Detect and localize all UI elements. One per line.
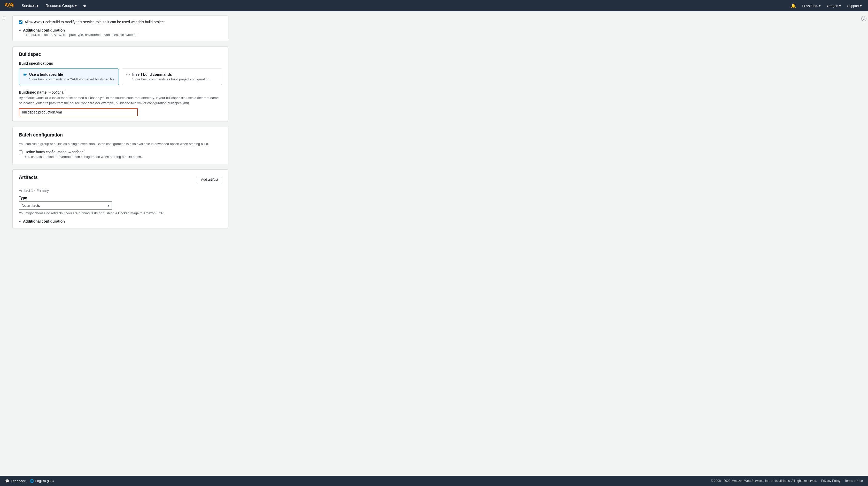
artifacts-header: Artifacts Add artifact [19,175,222,184]
top-navigation: Services ▾ Resource Groups ▾ ★ 🔔 LOVO In… [0,0,868,11]
artifact-primary-label: Artifact 1 - Primary [19,189,222,193]
services-chevron-icon: ▾ [37,4,38,8]
use-buildspec-file-sub: Store build commands in a YAML-formatted… [29,77,115,81]
resource-groups-chevron-icon: ▾ [75,4,77,8]
batch-config-title: Batch configuration [19,132,222,138]
define-batch-config-row: Define batch configuration – optional Yo… [19,150,222,159]
add-artifact-button[interactable]: Add artifact [197,176,222,183]
build-specifications-label: Build specifications [19,61,222,65]
info-panel-toggle: ℹ [860,14,868,21]
artifacts-additional-config-expand-icon: ▶ [19,220,21,223]
batch-config-title-label: Define batch configuration – optional [25,150,142,154]
additional-config-toggle[interactable]: ▶ Additional configuration [19,28,222,32]
artifact-type-label: Type [19,196,222,200]
region-label: Oregon [827,4,838,8]
build-spec-options: Use a buildspec file Store build command… [19,68,222,85]
allow-codebuild-row: Allow AWS CodeBuild to modify this servi… [19,20,222,24]
service-role-section: Allow AWS CodeBuild to modify this servi… [12,16,228,41]
services-nav-item[interactable]: Services ▾ [19,2,41,10]
aws-logo[interactable] [4,3,14,9]
artifact-type-select-wrapper: No artifacts Amazon S3 ▾ [19,201,112,210]
use-buildspec-file-text: Use a buildspec file Store build command… [29,73,115,81]
support-label: Support [847,4,859,8]
support-menu[interactable]: Support ▾ [845,2,864,9]
main-content: Allow AWS CodeBuild to modify this servi… [0,11,232,250]
allow-codebuild-checkbox[interactable] [19,21,23,24]
services-label: Services [22,4,36,8]
nav-right: 🔔 LOVO Inc. ▾ Oregon ▾ Support ▾ [789,2,864,10]
batch-config-description: You can run a group of builds as a singl… [19,142,222,146]
insert-build-commands-sub: Store build commands as build project co… [132,77,209,81]
batch-config-text: Define batch configuration – optional Yo… [25,150,142,159]
account-chevron-icon: ▾ [819,4,821,8]
sidebar-toggle-button[interactable]: ☰ [0,14,8,22]
buildspec-name-description: By default, CodeBuild looks for a file n… [19,95,222,106]
artifact-type-hint: You might choose no artifacts if you are… [19,211,222,215]
support-chevron-icon: ▾ [860,4,862,8]
account-label: LOVO Inc. [802,4,818,8]
buildspec-section: Buildspec Build specifications Use a bui… [12,46,228,122]
buildspec-name-field-group: Buildspec name – optional By default, Co… [19,90,222,116]
insert-build-commands-radio[interactable] [126,73,130,76]
buildspec-name-input[interactable] [19,108,138,116]
insert-build-commands-option[interactable]: Insert build commands Store build comman… [122,68,222,85]
favorites-icon[interactable]: ★ [81,1,89,10]
hamburger-icon: ☰ [3,16,6,20]
resource-groups-label: Resource Groups [46,4,74,8]
batch-config-sub: You can also define or override batch co… [25,155,142,159]
info-icon[interactable]: ℹ [861,16,866,21]
resource-groups-nav-item[interactable]: Resource Groups ▾ [43,2,80,10]
artifacts-additional-config-label: Additional configuration [23,219,65,223]
allow-codebuild-label: Allow AWS CodeBuild to modify this servi… [25,20,164,24]
insert-build-commands-title: Insert build commands [132,73,209,77]
additional-config-expand-icon: ▶ [19,29,21,32]
account-menu[interactable]: LOVO Inc. ▾ [800,2,823,9]
artifacts-additional-config-toggle[interactable]: ▶ Additional configuration [19,219,222,223]
region-chevron-icon: ▾ [839,4,841,8]
define-batch-config-checkbox[interactable] [19,150,23,154]
artifacts-section: Artifacts Add artifact Artifact 1 - Prim… [12,169,228,229]
artifact-type-field: Type No artifacts Amazon S3 ▾ You might … [19,196,222,215]
use-buildspec-file-radio[interactable] [23,73,27,76]
artifacts-title: Artifacts [19,175,38,180]
buildspec-name-label: Buildspec name – optional [19,90,222,94]
additional-config-heading: Additional configuration [23,28,65,32]
nav-items: Services ▾ Resource Groups ▾ ★ [19,1,789,10]
insert-build-commands-text: Insert build commands Store build comman… [132,73,209,81]
additional-config-subtitle: Timeout, certificate, VPC, compute type,… [24,33,222,37]
region-menu[interactable]: Oregon ▾ [825,2,843,9]
use-buildspec-file-option[interactable]: Use a buildspec file Store build command… [19,68,119,85]
buildspec-section-title: Buildspec [19,52,222,57]
notifications-bell-icon[interactable]: 🔔 [789,2,798,10]
use-buildspec-file-title: Use a buildspec file [29,73,115,77]
batch-config-section: Batch configuration You can run a group … [12,127,228,164]
artifact-type-select[interactable]: No artifacts Amazon S3 [19,201,112,210]
